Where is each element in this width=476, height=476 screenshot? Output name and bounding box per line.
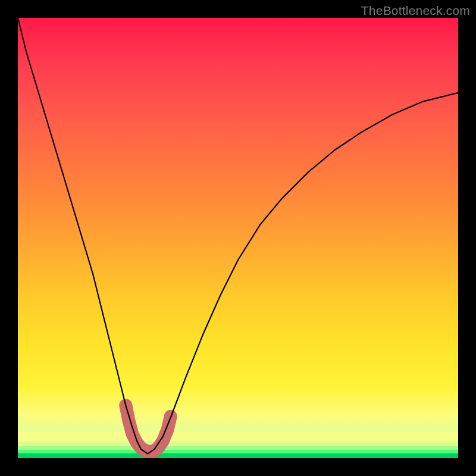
plot-area (18, 18, 458, 458)
bottleneck-curve (18, 18, 458, 454)
watermark-text: TheBottleneck.com (361, 4, 470, 18)
chart-svg (18, 18, 458, 458)
chart-frame: TheBottleneck.com (0, 0, 476, 476)
